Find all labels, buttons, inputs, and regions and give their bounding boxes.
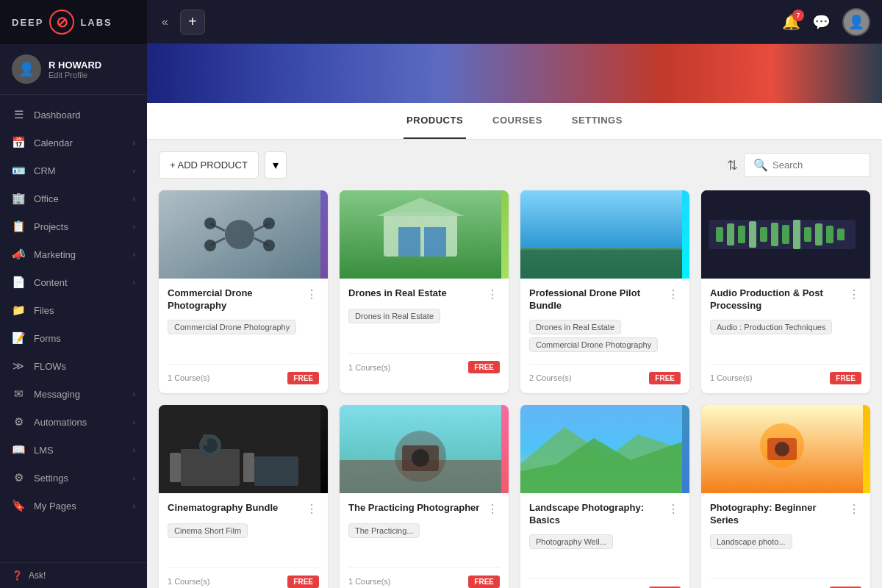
sidebar-item-left-office: 🏢 Office bbox=[12, 192, 59, 205]
svg-point-9 bbox=[263, 240, 275, 251]
card-footer: 1 Course(s) FREE bbox=[348, 353, 500, 373]
sidebar-item-settings[interactable]: ⚙ Settings › bbox=[0, 464, 147, 492]
sidebar-label-files: Files bbox=[34, 305, 54, 316]
sidebar-item-dashboard[interactable]: ☰ Dashboard bbox=[0, 101, 147, 129]
tab-products[interactable]: PRODUCTS bbox=[404, 103, 466, 139]
search-input[interactable] bbox=[772, 159, 861, 171]
product-menu-button[interactable]: ⋮ bbox=[485, 502, 500, 516]
user-avatar-button[interactable]: 👤 bbox=[842, 8, 870, 36]
add-product-button[interactable]: + ADD PRODUCT bbox=[159, 151, 259, 179]
card-title-row: Landscape Photography: Basics ⋮ bbox=[529, 502, 681, 527]
sort-button[interactable]: ⇅ bbox=[727, 157, 738, 173]
edit-profile-link[interactable]: Edit Profile bbox=[49, 71, 101, 79]
product-card[interactable]: Landscape Photography: Basics ⋮ Photogra… bbox=[520, 405, 689, 588]
product-menu-button[interactable]: ⋮ bbox=[847, 502, 861, 516]
messages-button[interactable]: 💬 bbox=[812, 13, 831, 31]
sidebar-item-automations[interactable]: ⚙ Automations › bbox=[0, 408, 147, 436]
sidebar-icon-mypages: 🔖 bbox=[12, 499, 25, 512]
price-badge: FREE bbox=[287, 576, 319, 588]
sidebar-bottom: ❓ Ask! bbox=[0, 562, 147, 588]
product-menu-button[interactable]: ⋮ bbox=[485, 287, 500, 301]
sidebar-item-left-dashboard: ☰ Dashboard bbox=[12, 108, 81, 121]
topbar-left: « + bbox=[159, 10, 205, 35]
product-tags: Audio : Production Techniques bbox=[710, 320, 861, 356]
sidebar-icon-files: 📁 bbox=[12, 304, 25, 317]
sidebar-item-projects[interactable]: 📋 Projects › bbox=[0, 212, 147, 240]
product-title: Professional Drone Pilot Bundle bbox=[529, 287, 666, 312]
sidebar-item-left-lms: 📖 LMS bbox=[12, 443, 54, 456]
product-title: The Practicing Photographer bbox=[348, 502, 485, 514]
svg-rect-22 bbox=[738, 226, 745, 243]
product-card[interactable]: Professional Drone Pilot Bundle ⋮ Drones… bbox=[520, 190, 689, 393]
sidebar-icon-office: 🏢 bbox=[12, 192, 25, 205]
svg-point-7 bbox=[263, 218, 275, 229]
chevron-icon-mypages: › bbox=[133, 502, 135, 510]
chevron-icon-projects: › bbox=[133, 223, 135, 231]
price-badge: FREE bbox=[468, 361, 500, 373]
course-count: 1 Course(s) bbox=[348, 363, 390, 372]
sidebar-item-flows[interactable]: ≫ FLOWs bbox=[0, 352, 147, 380]
sidebar-icon-flows: ≫ bbox=[12, 359, 25, 373]
sidebar-label-mypages: My Pages bbox=[34, 501, 76, 512]
collapse-sidebar-button[interactable]: « bbox=[159, 12, 171, 32]
product-menu-button[interactable]: ⋮ bbox=[666, 502, 681, 516]
price-badge: FREE bbox=[830, 372, 861, 384]
card-body: Cinematography Bundle ⋮ Cinema Short Fil… bbox=[159, 493, 328, 588]
sidebar-item-content[interactable]: 📄 Content › bbox=[0, 268, 147, 296]
tab-settings[interactable]: SETTINGS bbox=[569, 103, 625, 139]
product-card[interactable]: Cinematography Bundle ⋮ Cinema Short Fil… bbox=[159, 405, 328, 588]
notifications-button[interactable]: 🔔 7 bbox=[782, 13, 800, 31]
sidebar-profile: 👤 R HOWARD Edit Profile bbox=[0, 44, 147, 95]
product-card[interactable]: Commercial Drone Photography ⋮ Commercia… bbox=[159, 190, 328, 393]
product-menu-button[interactable]: ⋮ bbox=[666, 287, 681, 301]
sidebar-label-content: Content bbox=[34, 277, 68, 288]
product-card[interactable]: Photography: Beginner Series ⋮ Landscape… bbox=[701, 405, 870, 588]
product-tag: Commercial Drone Photography bbox=[529, 337, 658, 352]
product-menu-button[interactable]: ⋮ bbox=[304, 502, 319, 516]
ask-button[interactable]: ❓ Ask! bbox=[12, 570, 135, 581]
quick-add-button[interactable]: + bbox=[180, 10, 205, 35]
hero-banner bbox=[147, 44, 882, 103]
sidebar-item-left-messaging: ✉ Messaging bbox=[12, 387, 80, 401]
sidebar-item-lms[interactable]: 📖 LMS › bbox=[0, 436, 147, 464]
product-card[interactable]: Drones in Real Estate ⋮ Drones in Real E… bbox=[340, 190, 509, 393]
avatar: 👤 bbox=[12, 54, 41, 84]
product-title: Audio Production & Post Processing bbox=[710, 287, 847, 312]
card-title-row: Drones in Real Estate ⋮ bbox=[348, 287, 500, 301]
product-menu-button[interactable]: ⋮ bbox=[304, 287, 319, 301]
product-card[interactable]: The Practicing Photographer ⋮ The Practi… bbox=[340, 405, 509, 588]
add-product-dropdown[interactable]: ▾ bbox=[265, 151, 287, 179]
sidebar-icon-forms: 📝 bbox=[12, 331, 25, 345]
sidebar-item-calendar[interactable]: 📅 Calendar › bbox=[0, 129, 147, 157]
sidebar-item-crm[interactable]: 🪪 CRM › bbox=[0, 157, 147, 184]
sidebar-item-mypages[interactable]: 🔖 My Pages › bbox=[0, 492, 147, 520]
sidebar-item-office[interactable]: 🏢 Office › bbox=[0, 184, 147, 212]
tab-navigation: PRODUCTSCOURSESSETTINGS bbox=[147, 103, 882, 140]
product-card[interactable]: Audio Production & Post Processing ⋮ Aud… bbox=[701, 190, 870, 393]
card-title-row: Commercial Drone Photography ⋮ bbox=[168, 287, 319, 312]
sidebar-item-marketing[interactable]: 📣 Marketing › bbox=[0, 240, 147, 268]
svg-rect-25 bbox=[771, 223, 778, 246]
tab-courses[interactable]: COURSES bbox=[490, 103, 545, 139]
sidebar-nav: ☰ Dashboard 📅 Calendar › 🪪 CRM › 🏢 Offic… bbox=[0, 95, 147, 562]
product-title: Photography: Beginner Series bbox=[710, 502, 847, 527]
product-tag: Photography Well... bbox=[529, 534, 613, 549]
card-footer: 1 Course(s) FREE bbox=[168, 567, 319, 588]
sidebar-label-messaging: Messaging bbox=[34, 389, 80, 400]
chevron-icon-content: › bbox=[133, 279, 135, 287]
sidebar-item-left-settings: ⚙ Settings bbox=[12, 471, 68, 484]
card-footer: 1 Course(s) FREE bbox=[348, 567, 500, 588]
svg-point-1 bbox=[225, 220, 254, 249]
ask-label: Ask! bbox=[29, 570, 46, 581]
product-menu-button[interactable]: ⋮ bbox=[847, 287, 861, 301]
product-tags: Landscape photo... bbox=[710, 534, 861, 571]
sidebar-item-forms[interactable]: 📝 Forms bbox=[0, 324, 147, 352]
product-tags: Cinema Short Film bbox=[168, 523, 319, 560]
sidebar-item-messaging[interactable]: ✉ Messaging › bbox=[0, 380, 147, 408]
sidebar-label-flows: FLOWs bbox=[34, 361, 66, 372]
card-title-row: Cinematography Bundle ⋮ bbox=[168, 502, 319, 516]
product-image bbox=[701, 405, 870, 493]
sidebar-item-files[interactable]: 📁 Files bbox=[0, 296, 147, 324]
product-title: Drones in Real Estate bbox=[348, 287, 485, 300]
svg-rect-24 bbox=[760, 227, 767, 242]
